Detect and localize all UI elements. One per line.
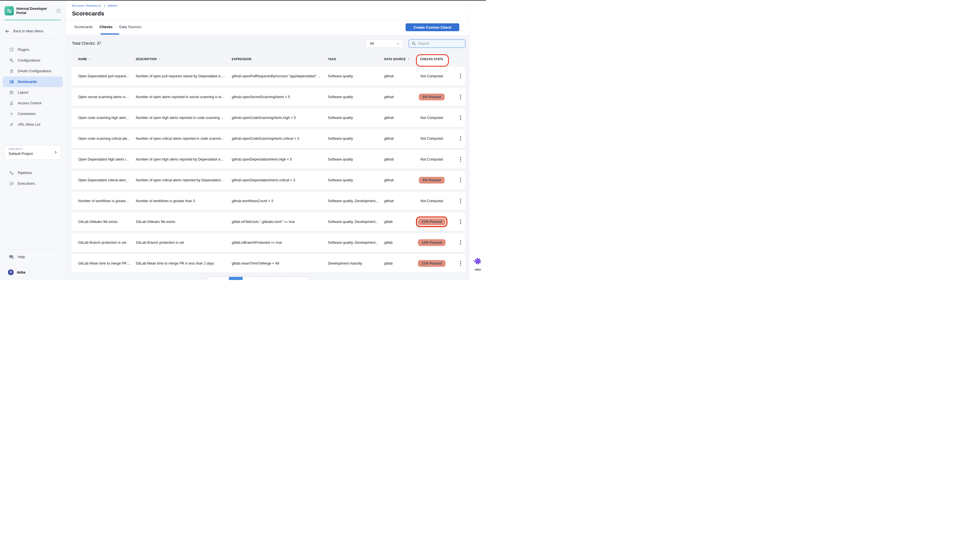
row-menu-kebab-icon[interactable] [459, 197, 463, 205]
sidebar-item-executions[interactable]: Executions [3, 178, 63, 189]
table-row[interactable]: GitLab Mean time to merge PR ... GitLab … [72, 254, 466, 273]
table-row[interactable]: Open Dependabot critical alert... Number… [72, 171, 466, 190]
help-label: Help [18, 255, 25, 259]
row-menu-kebab-icon[interactable] [459, 218, 463, 225]
check-expression: github.openPullRequestsByAccount."app/de… [232, 74, 328, 78]
sidebar-item-layout[interactable]: Layout [3, 87, 63, 98]
tab-data-sources[interactable]: Data Sources [119, 25, 142, 29]
row-menu-kebab-icon[interactable] [459, 177, 463, 184]
table-row[interactable]: GitLab Branch protection is set GitLab B… [72, 233, 466, 252]
check-description: Number of open alerts reported in secret… [136, 95, 232, 99]
sort-icon [158, 57, 161, 61]
table-row[interactable]: Number of workflows is greate... Number … [72, 192, 466, 210]
table-row[interactable]: Open code scanning critical ale... Numbe… [72, 129, 466, 148]
svg-text:?: ? [10, 255, 12, 258]
table-row[interactable]: GitLab Gitleaks file exists GitLab Gitle… [72, 213, 466, 231]
check-data-source: github [384, 116, 408, 120]
row-menu-kebab-icon[interactable] [459, 135, 463, 142]
data-source-filter-select[interactable]: All [366, 39, 403, 48]
check-tags: Software quality, Development... [328, 199, 384, 203]
breadcrumb: Account: Harness.io Admin [72, 4, 117, 7]
check-tags: Software quality [328, 137, 384, 140]
user-menu[interactable]: D deba [8, 269, 25, 275]
filter-selected-value: All [370, 42, 374, 45]
check-expression: github.openSecretScanningAlerts < 5 [232, 95, 328, 99]
check-description: Number of open pull requests raised by D… [136, 74, 232, 78]
sidebar-item-configurations[interactable]: Configurations [3, 55, 63, 66]
sidebar-item-url-allow-list[interactable]: URL Allow List [3, 119, 63, 130]
row-menu-kebab-icon[interactable] [459, 114, 463, 122]
check-expression: github.openDependabotAlerts.high < 5 [232, 157, 328, 162]
create-custom-check-button[interactable]: Create Custom Check [406, 23, 459, 31]
check-description: GitLab Gitleaks file exists [136, 220, 232, 224]
check-name: GitLab Gitleaks file exists [78, 220, 136, 224]
check-tags: Software quality [328, 157, 384, 162]
check-stats: Not Computed [408, 137, 456, 140]
tab-bar: Scorecards Checks Data Sources [74, 25, 142, 29]
project-label: PROJECT [9, 148, 57, 150]
check-name: Open Dependabot critical alert... [78, 178, 136, 182]
table-row[interactable]: Open code scanning high alert... Number … [72, 108, 466, 127]
check-stats: 0% Passed [408, 177, 456, 183]
page-title: Scorecards [72, 10, 104, 17]
app-window: Internal Developer Portal Back to Main M… [0, 0, 486, 280]
table-row[interactable]: Open secret scanning alerts is ... Numbe… [72, 88, 466, 106]
table-row[interactable]: Open Dependabot pull request... Number o… [72, 67, 466, 85]
check-data-source: gitlab [384, 241, 408, 245]
search-input[interactable] [418, 42, 463, 45]
app-title: Internal Developer Portal [16, 7, 50, 15]
check-stats: Not Computed [408, 199, 456, 203]
executions-icon [9, 181, 14, 186]
apps-grid-icon[interactable] [56, 8, 61, 13]
check-name: Open Dependabot high alerts i... [78, 157, 136, 162]
back-to-main-menu[interactable]: Back to Main Menu [5, 28, 61, 34]
check-expression: github.workflowsCount > 3 [232, 199, 328, 203]
sidebar-item-connectors[interactable]: Connectors [3, 108, 63, 119]
table-row[interactable]: Open Dependabot high alerts i... Number … [72, 150, 466, 169]
column-header-description[interactable]: DESCRIPTION [136, 57, 232, 61]
check-expression: gitlab.isFileExists.".gitleaks.toml" == … [232, 220, 328, 224]
sidebar-item-scorecards[interactable]: Scorecards [3, 77, 63, 87]
check-description: GitLab Mean time to merge PR is less tha… [136, 262, 232, 265]
pagination-current-page[interactable] [229, 277, 243, 280]
window-top-edge [0, 0, 486, 0]
check-stats: 0% Passed [408, 93, 456, 100]
sidebar-item-plugins[interactable]: Plugins [3, 44, 63, 55]
check-tags: Software quality [328, 95, 384, 99]
row-menu-kebab-icon[interactable] [459, 156, 463, 163]
check-stats: Not Computed [408, 74, 456, 78]
pipelines-icon [9, 171, 14, 175]
avatar: D [8, 269, 14, 275]
column-header-tags: TAGS [328, 58, 384, 61]
check-tags: Software quality, Development... [328, 241, 384, 245]
aida-assistant-button[interactable]: AIDA [469, 257, 486, 271]
column-header-name[interactable]: NAME [78, 57, 136, 61]
divider [256, 277, 256, 280]
user-name: deba [17, 270, 25, 274]
check-description: Number of open critical alerts reported … [136, 178, 232, 182]
sidebar-item-oauth-configurations[interactable]: OAuth Configurations [3, 66, 63, 77]
divider [66, 20, 469, 21]
column-header-data-source[interactable]: DATA SOURCE [384, 57, 408, 61]
breadcrumb-account-link[interactable]: Account: Harness.io [72, 4, 101, 7]
layout-icon [9, 90, 14, 95]
row-menu-kebab-icon[interactable] [459, 260, 463, 267]
tab-scorecards[interactable]: Scorecards [74, 25, 93, 29]
check-description: Number of workflows is greater than 3 [136, 199, 232, 203]
check-expression: github.openCodeScanningAlerts.high < 5 [232, 116, 328, 120]
project-selector[interactable]: PROJECT Default Project [5, 145, 61, 160]
search-box [409, 39, 466, 48]
breadcrumb-admin-link[interactable]: Admin [108, 4, 117, 7]
sidebar-item-access-control[interactable]: Access Control [3, 98, 63, 108]
tab-checks[interactable]: Checks [100, 25, 112, 29]
help-button[interactable]: ? Help [9, 254, 25, 260]
checks-table-body: Open Dependabot pull request... Number o… [72, 67, 466, 275]
row-menu-kebab-icon[interactable] [459, 93, 463, 101]
row-menu-kebab-icon[interactable] [459, 239, 463, 246]
row-menu-kebab-icon[interactable] [459, 73, 463, 80]
check-data-source: github [384, 178, 408, 182]
sidebar-item-pipelines[interactable]: Pipelines [3, 168, 63, 178]
pagination-bar[interactable] [207, 277, 309, 280]
puzzle-icon [9, 48, 14, 52]
stats-badge: 0% Passed [419, 177, 444, 183]
